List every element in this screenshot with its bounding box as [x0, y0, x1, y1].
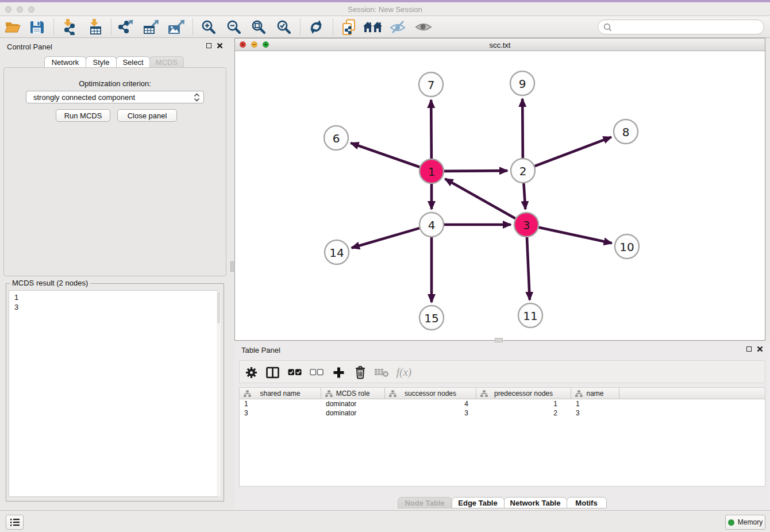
fit-content-icon[interactable] [247, 18, 270, 36]
tab-network-table[interactable]: Network Table [504, 497, 567, 508]
toolbar-separator [300, 19, 301, 35]
table-cell: dominator [321, 408, 385, 418]
control-panel-title: Control Panel [7, 43, 52, 51]
tab-motifs[interactable]: Motifs [567, 497, 607, 508]
graph-edge-1-2[interactable] [444, 171, 507, 171]
graph-node-label: 14 [329, 246, 344, 260]
graph-edge-3-11[interactable] [527, 237, 530, 300]
control-panel-tabs: Network Style Select MCDS [45, 56, 184, 68]
float-panel-icon[interactable] [206, 43, 211, 48]
tab-network[interactable]: Network [44, 56, 86, 68]
graph-edge-1-7[interactable] [431, 100, 432, 159]
chevron-up-down-icon [194, 93, 200, 102]
save-icon[interactable] [25, 18, 48, 36]
table-cell: 1 [571, 399, 619, 408]
tab-select[interactable]: Select [116, 56, 150, 68]
open-icon[interactable] [1, 18, 24, 36]
float-table-panel-icon[interactable] [746, 346, 752, 352]
table-cell: 1 [240, 399, 321, 408]
export-network-icon[interactable] [114, 18, 137, 36]
control-panel: Control Panel Network Style Select MCDS … [0, 38, 230, 510]
attribute-icon [575, 390, 583, 398]
status-bar: Memory [0, 510, 770, 532]
column-header-shared-name[interactable]: shared name [240, 388, 321, 399]
result-scrollbar-thumb[interactable] [217, 291, 220, 323]
columns-icon[interactable] [261, 363, 284, 381]
houses-icon[interactable] [361, 18, 384, 36]
network-window-titlebar[interactable]: scc.txt [235, 38, 765, 51]
attribute-icon [389, 390, 396, 398]
graph-node-label: 6 [333, 132, 340, 145]
result-scrollbar[interactable] [217, 291, 221, 496]
splitter-handle[interactable] [230, 261, 234, 272]
clone-network-icon[interactable] [337, 18, 360, 36]
hide-selected-eye-icon[interactable] [386, 18, 409, 36]
table-row[interactable]: 1dominator411 [240, 399, 765, 408]
delete-table-icon [370, 363, 393, 381]
network-graph[interactable]: 7968124314101511 [235, 51, 765, 340]
column-header-name[interactable]: name [571, 388, 619, 399]
application-window: Session: New Session [0, 0, 770, 532]
memory-button[interactable]: Memory [725, 515, 765, 530]
graph-node-label: 9 [519, 77, 526, 91]
run-mcds-button[interactable]: Run MCDS [56, 109, 110, 122]
tab-mcds[interactable]: MCDS [149, 56, 184, 68]
list-icon [9, 518, 20, 527]
network-window-title: scc.txt [235, 41, 765, 49]
close-panel-button[interactable]: Close panel [117, 109, 177, 122]
graph-edge-3-10[interactable] [538, 228, 611, 244]
search-input[interactable] [615, 23, 764, 32]
graph-edge-4-14[interactable] [352, 228, 419, 248]
graph-node-label: 7 [428, 78, 435, 92]
window-titlebar[interactable]: Session: New Session [0, 2, 770, 16]
table-toolbar: f(x) [239, 360, 765, 383]
graph-edge-2-8[interactable] [535, 137, 611, 167]
refresh-icon[interactable] [305, 18, 328, 36]
horizontal-splitter-handle[interactable] [495, 338, 503, 342]
column-header-MCDS-role[interactable]: MCDS role [321, 388, 385, 399]
zoom-out-icon[interactable] [222, 18, 245, 36]
show-all-eye-icon[interactable] [412, 18, 435, 36]
graph-edge-3-1[interactable] [445, 179, 515, 218]
add-icon[interactable] [327, 363, 350, 381]
criterion-dropdown[interactable]: strongly connected component [26, 91, 204, 103]
column-header-predecessor-nodes[interactable]: predecessor nodes [476, 388, 571, 399]
column-header-label: successor nodes [405, 390, 456, 398]
export-table-icon[interactable] [139, 18, 162, 36]
window-title: Session: New Session [0, 5, 770, 14]
tab-node-table[interactable]: Node Table [398, 497, 452, 508]
tab-style[interactable]: Style [86, 56, 117, 68]
table-row[interactable]: 3dominator323 [240, 408, 765, 418]
gear-icon[interactable] [240, 363, 263, 381]
function-icon: f(x) [392, 363, 415, 381]
trash-icon[interactable] [349, 363, 372, 381]
network-view-window: scc.txt 7968124314101511 [234, 38, 765, 341]
table-body: 1dominator4113dominator323 [240, 399, 765, 418]
search-field[interactable] [598, 20, 764, 34]
task-history-button[interactable] [6, 515, 24, 530]
memory-label: Memory [738, 518, 763, 526]
export-image-icon[interactable] [164, 18, 187, 36]
graph-node-label: 15 [424, 311, 438, 325]
node-table[interactable]: shared nameMCDS rolesuccessor nodesprede… [239, 387, 765, 487]
close-table-panel-icon[interactable] [757, 346, 763, 352]
close-panel-icon[interactable] [217, 43, 223, 49]
column-header-successor-nodes[interactable]: successor nodes [385, 388, 476, 399]
select-all-icon[interactable] [283, 363, 306, 381]
zoom-selected-icon[interactable] [272, 18, 295, 36]
graph-edge-2-9[interactable] [522, 99, 523, 158]
tab-edge-table[interactable]: Edge Table [452, 497, 505, 508]
zoom-in-icon[interactable] [197, 18, 220, 36]
import-network-icon[interactable] [57, 18, 80, 36]
table-cell: dominator [321, 399, 385, 408]
criterion-value: strongly connected component [33, 93, 135, 102]
table-tabs: Node Table Edge Table Network Table Moti… [234, 497, 770, 509]
import-table-icon[interactable] [84, 18, 107, 36]
vertical-splitter[interactable] [230, 38, 234, 510]
attribute-icon [244, 390, 251, 398]
network-canvas[interactable]: 7968124314101511 [235, 51, 765, 340]
graph-edge-2-3[interactable] [523, 183, 525, 209]
graph-edge-1-6[interactable] [351, 143, 419, 167]
mcds-result-list[interactable]: 1 3 [9, 290, 218, 497]
deselect-all-icon[interactable] [305, 363, 328, 381]
